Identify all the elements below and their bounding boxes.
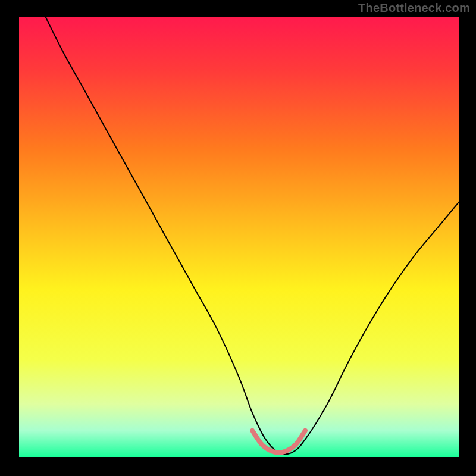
chart-frame: TheBottleneck.com <box>0 0 476 476</box>
chart-svg <box>19 17 459 457</box>
chart-background <box>19 17 459 457</box>
chart-plot <box>19 17 459 457</box>
watermark-text: TheBottleneck.com <box>358 1 470 15</box>
